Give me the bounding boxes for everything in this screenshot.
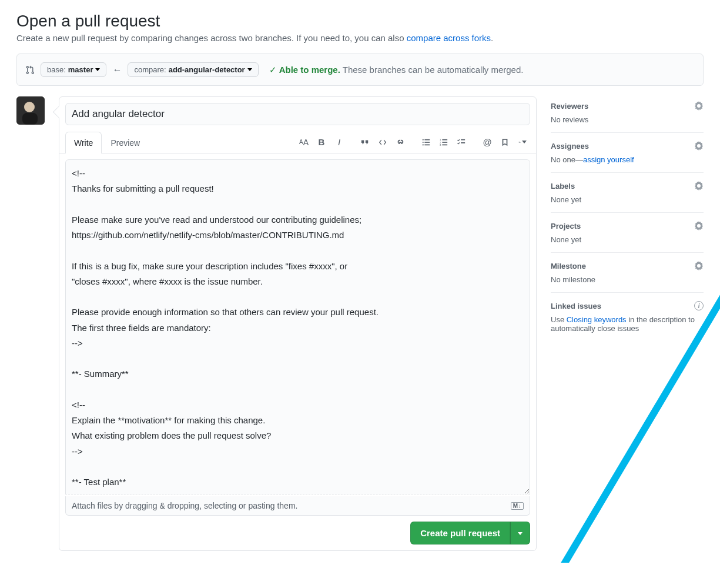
italic-icon[interactable]: I: [331, 135, 347, 150]
svg-rect-16: [461, 142, 465, 143]
avatar: [16, 96, 45, 125]
sidebar-reviewers[interactable]: Reviewers No reviews: [551, 96, 704, 133]
svg-point-4: [423, 141, 424, 142]
svg-rect-6: [424, 139, 430, 140]
gear-icon[interactable]: [694, 141, 704, 151]
unordered-list-icon[interactable]: [418, 135, 434, 150]
mention-icon[interactable]: @: [480, 135, 495, 150]
chevron-down-icon: [247, 68, 252, 71]
info-icon[interactable]: i: [694, 301, 704, 310]
gear-icon[interactable]: [694, 101, 704, 111]
arrow-left-icon: ←: [112, 65, 122, 75]
code-icon[interactable]: [375, 135, 390, 150]
attach-hint[interactable]: Attach files by dragging & dropping, sel…: [65, 496, 530, 516]
sidebar-milestone[interactable]: Milestone No milestone: [551, 253, 704, 293]
chevron-down-icon: [95, 68, 100, 71]
svg-point-3: [423, 139, 424, 140]
page-title: Open a pull request: [16, 12, 704, 31]
base-branch-select[interactable]: base: master: [41, 62, 106, 77]
reply-icon[interactable]: [515, 135, 530, 150]
svg-text:3: 3: [440, 143, 441, 146]
svg-rect-8: [424, 144, 430, 145]
bold-icon[interactable]: B: [314, 135, 329, 150]
chevron-down-icon: [518, 532, 523, 535]
svg-point-5: [423, 144, 424, 145]
svg-rect-7: [424, 142, 430, 143]
assign-yourself-link[interactable]: assign yourself: [583, 155, 634, 164]
create-pr-button[interactable]: Create pull request: [410, 522, 510, 544]
compare-forks-link[interactable]: compare across forks: [407, 33, 491, 43]
compare-bar: base: master ← compare: add-angular-dete…: [16, 54, 704, 86]
compare-branch-select[interactable]: compare: add-angular-detector: [128, 62, 258, 77]
task-list-icon[interactable]: [454, 135, 469, 150]
tab-preview[interactable]: Preview: [102, 132, 149, 153]
tab-write[interactable]: Write: [65, 132, 102, 153]
pr-body-textarea[interactable]: [65, 159, 530, 495]
svg-rect-15: [461, 139, 465, 140]
markdown-badge-icon[interactable]: M↓: [511, 502, 524, 510]
merge-status: ✓Able to merge. These branches can be au…: [269, 65, 524, 75]
sidebar-linked-issues: Linked issuesi Use Closing keywords in t…: [551, 293, 704, 341]
sidebar-projects[interactable]: Projects None yet: [551, 213, 704, 253]
svg-rect-12: [442, 139, 447, 140]
sidebar-assignees[interactable]: Assignees No one—assign yourself: [551, 133, 704, 173]
link-icon[interactable]: [393, 135, 408, 150]
pr-sidebar: Reviewers No reviews Assignees No one—as…: [551, 96, 704, 341]
page-subtitle: Create a new pull request by comparing c…: [16, 33, 704, 43]
svg-point-1: [24, 102, 35, 112]
closing-keywords-link[interactable]: Closing keywords: [567, 315, 627, 324]
check-icon: ✓: [269, 65, 277, 75]
editor-toolbar: AA B I 123 @: [288, 132, 530, 152]
pr-title-input[interactable]: [65, 103, 530, 125]
attach-hint-text: Attach files by dragging & dropping, sel…: [72, 501, 297, 510]
reference-icon[interactable]: [497, 135, 513, 150]
svg-rect-13: [442, 142, 447, 143]
svg-rect-14: [442, 144, 447, 145]
create-pr-dropdown[interactable]: [510, 522, 530, 544]
pr-editor: Write Preview AA B I 123: [59, 96, 537, 551]
ordered-list-icon[interactable]: 123: [436, 135, 451, 150]
quote-icon[interactable]: [357, 135, 373, 150]
editor-tabs: Write Preview AA B I 123: [59, 131, 536, 153]
sidebar-labels[interactable]: Labels None yet: [551, 173, 704, 213]
gear-icon[interactable]: [694, 221, 704, 230]
gear-icon[interactable]: [694, 261, 704, 270]
gear-icon[interactable]: [694, 181, 704, 191]
git-compare-icon: [25, 65, 35, 75]
heading-icon[interactable]: AA: [296, 135, 312, 150]
svg-rect-2: [22, 113, 38, 125]
